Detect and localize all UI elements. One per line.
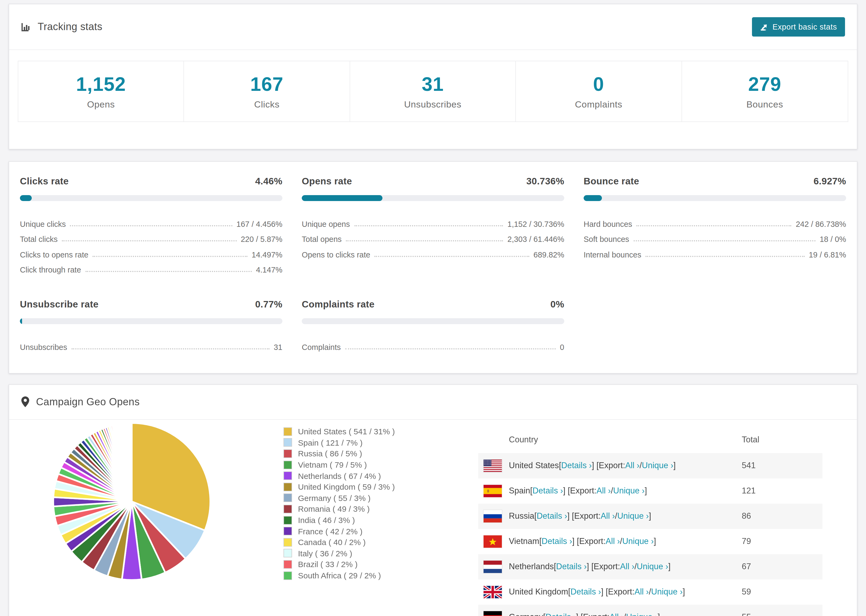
bar-chart-icon: [21, 22, 31, 32]
stat-box-bounces: 279Bounces: [682, 61, 848, 121]
export-all-link[interactable]: All ›: [625, 460, 639, 470]
legend-swatch: [283, 527, 292, 535]
export-unique-link[interactable]: Unique ›: [613, 486, 645, 496]
details-link[interactable]: Details ›: [532, 486, 563, 496]
rate-detail-row: Total opens2,303 / 61.446%: [302, 229, 564, 245]
legend-swatch: [283, 560, 292, 569]
rate-detail-value: 0: [560, 343, 564, 352]
export-all-link[interactable]: All ›: [635, 587, 649, 597]
rate-title: Clicks rate: [20, 176, 69, 187]
legend-item-spain: Spain ( 121 / 7% ): [283, 437, 475, 448]
geo-country-name: Germany: [509, 612, 543, 616]
export-unique-link[interactable]: Unique ›: [637, 562, 668, 571]
details-link[interactable]: Details ›: [545, 612, 576, 616]
rate-detail-value: 4.147%: [256, 266, 282, 275]
legend-item-france: France ( 42 / 2% ): [283, 526, 475, 537]
geo-country-name: United Kingdom: [509, 587, 568, 597]
rate-progress-bar: [302, 318, 564, 324]
legend-label: South Africa ( 29 / 2% ): [298, 571, 381, 580]
rate-title-row: Complaints rate0%: [302, 299, 564, 310]
geo-country-name: Spain: [509, 486, 530, 496]
geo-table-row-us: United States [Details ›] [Export: All ›…: [478, 453, 822, 478]
legend-item-united-kingdom: United Kingdom ( 59 / 3% ): [283, 481, 475, 492]
details-link[interactable]: Details ›: [556, 562, 587, 571]
bracket: ] [: [563, 486, 570, 496]
legend-label: Russia ( 86 / 5% ): [298, 449, 362, 458]
bracket: ]: [654, 536, 656, 546]
legend-item-romania: Romania ( 49 / 3% ): [283, 503, 475, 514]
pie-legend: United States ( 541 / 31% )Spain ( 121 /…: [283, 420, 475, 616]
export-label: Export:: [594, 562, 620, 571]
geo-country-cell: Netherlands [Details ›] [Export: All › /…: [483, 560, 742, 573]
dotted-leader: [636, 225, 792, 226]
rate-title: Unsubscribe rate: [20, 299, 98, 310]
geo-country-cell: Spain [Details ›] [Export: All › / Uniqu…: [483, 485, 742, 497]
rate-detail-value: 689.82%: [534, 250, 565, 260]
rate-title-row: Bounce rate6.927%: [584, 176, 846, 187]
geo-table-row-gb: United Kingdom [Details ›] [Export: All …: [478, 579, 822, 605]
rate-detail-row: Internal bounces19 / 6.81%: [584, 245, 846, 260]
export-all-link[interactable]: All ›: [601, 511, 615, 521]
stat-value: 31: [422, 73, 444, 96]
flag-es-icon: [483, 485, 502, 497]
flag-nl-icon: [483, 560, 502, 573]
export-unique-link[interactable]: Unique ›: [617, 511, 649, 521]
rate-detail-label: Opens to clicks rate: [302, 250, 370, 260]
geo-total-cell: 541: [742, 460, 822, 470]
bracket: ] [: [567, 511, 574, 521]
export-unique-link[interactable]: Unique ›: [622, 536, 654, 546]
legend-item-united-states: United States ( 541 / 31% ): [283, 426, 475, 437]
dotted-leader: [62, 240, 236, 241]
export-basic-stats-button[interactable]: Export basic stats: [752, 17, 845, 36]
export-all-link[interactable]: All ›: [597, 486, 611, 496]
flag-de-icon: [483, 611, 502, 616]
geo-table-header-row: CountryTotal: [478, 426, 822, 453]
stat-value: 1,152: [76, 73, 126, 96]
legend-label: Spain ( 121 / 7% ): [298, 438, 362, 447]
bracket: [: [534, 511, 537, 521]
page: Tracking stats Export basic stats 1,152O…: [0, 4, 866, 616]
rate-title: Opens rate: [302, 176, 352, 187]
export-label: Export:: [570, 486, 597, 496]
geo-country-name: United States: [509, 460, 559, 470]
rate-block-complaints-rate: Complaints rate0%Complaints0: [302, 299, 564, 352]
rate-detail-label: Click through rate: [20, 266, 81, 275]
stat-label: Unsubscribes: [404, 99, 461, 110]
rate-detail-row: Click through rate4.147%: [20, 260, 282, 275]
legend-swatch: [283, 505, 292, 513]
legend-swatch: [283, 571, 292, 580]
map-pin-icon: [21, 396, 30, 407]
rate-detail-value: 167 / 4.456%: [236, 220, 282, 229]
legend-swatch: [283, 460, 292, 469]
stat-label: Opens: [87, 99, 115, 110]
details-link[interactable]: Details ›: [561, 460, 592, 470]
stat-label: Complaints: [575, 99, 622, 110]
export-unique-link[interactable]: Unique ›: [626, 612, 658, 616]
geo-table-header-total: Total: [742, 435, 822, 444]
geo-country-name: Vietnam: [509, 536, 539, 546]
stat-label: Clicks: [254, 99, 279, 110]
export-unique-link[interactable]: Unique ›: [642, 460, 674, 470]
export-unique-link[interactable]: Unique ›: [651, 587, 683, 597]
details-link[interactable]: Details ›: [542, 536, 572, 546]
rate-detail-label: Complaints: [302, 343, 341, 352]
geo-header: Campaign Geo Opens: [9, 385, 857, 420]
legend-label: Canada ( 40 / 2% ): [298, 537, 366, 547]
rate-detail-value: 2,303 / 61.446%: [507, 235, 564, 245]
campaign-geo-opens-card: Campaign Geo Opens United States ( 541 /…: [9, 384, 857, 616]
details-link[interactable]: Details ›: [570, 587, 601, 597]
dotted-leader: [93, 256, 247, 257]
export-all-link[interactable]: All ›: [620, 562, 635, 571]
legend-item-germany: Germany ( 55 / 3% ): [283, 492, 475, 503]
export-all-link[interactable]: All ›: [606, 536, 620, 546]
rate-progress-bar: [302, 195, 564, 201]
export-all-link[interactable]: All ›: [609, 612, 624, 616]
stat-box-complaints: 0Complaints: [516, 61, 682, 121]
legend-swatch: [283, 438, 292, 447]
export-label: Export:: [574, 511, 601, 521]
rates-card: Clicks rate4.46%Unique clicks167 / 4.456…: [9, 161, 857, 373]
tracking-stats-title-text: Tracking stats: [38, 21, 102, 33]
rate-detail-value: 19 / 6.81%: [809, 250, 846, 260]
geo-country-cell: United Kingdom [Details ›] [Export: All …: [483, 586, 742, 598]
details-link[interactable]: Details ›: [537, 511, 567, 521]
